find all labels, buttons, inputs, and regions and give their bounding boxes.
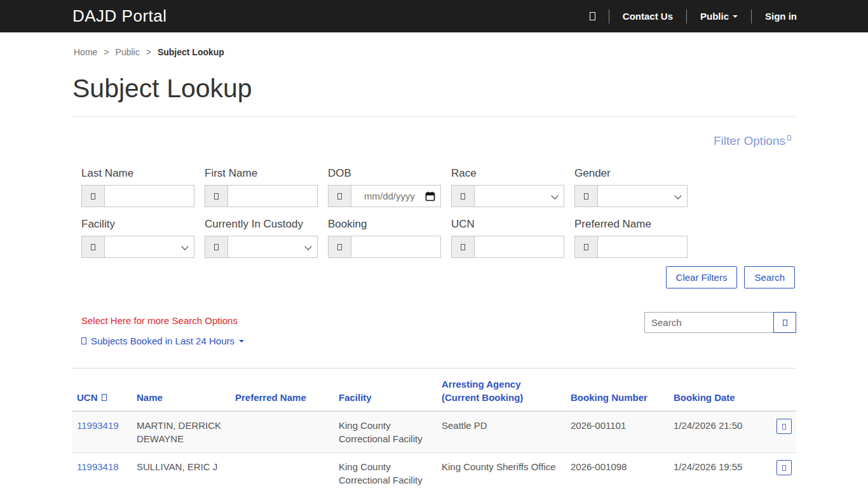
chevron-down-icon <box>674 192 681 199</box>
search-button[interactable]: Search <box>744 266 795 288</box>
booked-last-24-hours-label: Subjects Booked in Last 24 Hours <box>91 336 234 346</box>
booking-addon-icon <box>328 236 351 258</box>
chevron-down-icon <box>551 192 558 199</box>
table-search-group <box>644 312 796 333</box>
currently-in-custody-select[interactable] <box>228 236 318 258</box>
ucn-input[interactable] <box>475 236 564 257</box>
search-icon <box>783 320 787 326</box>
first-name-label: First Name <box>205 167 318 180</box>
column-header-facility[interactable]: Facility <box>334 369 437 412</box>
public-menu-label: Public <box>700 11 729 22</box>
filter-icon <box>787 135 791 140</box>
calendar-picker-icon[interactable] <box>425 191 435 201</box>
gender-field: Gender <box>574 167 688 207</box>
row-detail-button[interactable] <box>776 419 792 434</box>
breadcrumb-home[interactable]: Home <box>74 47 97 57</box>
last-name-field: Last Name <box>81 167 194 207</box>
results-table-container: UCN Name Preferred Name Facility Arresti… <box>72 368 796 488</box>
facility-select[interactable] <box>105 236 194 258</box>
list-icon <box>81 337 86 344</box>
ucn-label: UCN <box>451 218 564 231</box>
arresting-agency-cell: Seattle PD <box>437 411 566 453</box>
column-header-booking-number[interactable]: Booking Number <box>566 369 668 412</box>
clear-filters-button[interactable]: Clear Filters <box>666 266 738 288</box>
results-table: UCN Name Preferred Name Facility Arresti… <box>72 368 796 488</box>
booking-label: Booking <box>328 218 441 231</box>
gender-label: Gender <box>574 167 688 180</box>
public-menu[interactable]: Public <box>700 11 738 22</box>
chevron-down-icon <box>304 243 311 250</box>
breadcrumb-current: Subject Lookup <box>158 47 224 57</box>
preferred-name-field: Preferred Name <box>574 218 688 258</box>
dob-field: DOB <box>328 167 441 207</box>
gender-select[interactable] <box>598 185 688 207</box>
arresting-agency-cell: King County Sheriffs Office <box>437 453 566 488</box>
column-header-preferred-name[interactable]: Preferred Name <box>230 369 334 412</box>
sign-in-link[interactable]: Sign in <box>765 11 797 22</box>
ucn-link[interactable]: 11993419 <box>77 420 119 431</box>
race-field: Race <box>451 167 564 207</box>
extra-links: Select Here for more Search Options Subj… <box>81 315 244 347</box>
booking-number-cell: 2026-001101 <box>566 411 668 453</box>
last-name-input[interactable] <box>105 186 194 207</box>
facility-field: Facility <box>81 218 194 258</box>
navbar-unknown-icon-button[interactable] <box>590 12 595 20</box>
name-cell: MARTIN, DERRICK DEWAYNE <box>132 411 230 453</box>
navbar-separator <box>686 10 687 24</box>
table-row: 11993419 MARTIN, DERRICK DEWAYNE King Co… <box>72 411 796 453</box>
preferred-name-input[interactable] <box>598 236 687 257</box>
person-icon <box>81 185 105 207</box>
chevron-down-icon <box>733 15 738 18</box>
navbar-separator <box>751 10 752 24</box>
race-select[interactable] <box>475 185 564 207</box>
breadcrumb-separator: > <box>104 47 109 57</box>
dob-label: DOB <box>328 167 441 180</box>
name-cell: SULLIVAN, ERIC J <box>132 453 230 488</box>
facility-label: Facility <box>81 218 194 231</box>
table-search-input[interactable] <box>644 312 774 333</box>
filter-form: Last Name First Name DOB <box>81 167 796 258</box>
preferred-name-label: Preferred Name <box>574 218 688 231</box>
last-name-label: Last Name <box>81 167 194 180</box>
breadcrumb: Home > Public > Subject Lookup <box>72 47 796 57</box>
preferred-name-cell <box>230 453 334 488</box>
column-header-actions <box>771 369 796 412</box>
calendar-addon-icon <box>328 185 351 207</box>
filter-options-toggle[interactable]: Filter Options <box>714 134 791 147</box>
detail-icon <box>782 465 786 471</box>
table-header-row: UCN Name Preferred Name Facility Arresti… <box>72 369 796 412</box>
column-header-booking-date[interactable]: Booking Date <box>668 369 771 412</box>
app-title: DAJD Portal <box>72 6 167 26</box>
booking-input[interactable] <box>351 236 440 257</box>
detail-icon <box>782 424 786 430</box>
chevron-down-icon <box>181 243 188 250</box>
more-search-options-link[interactable]: Select Here for more Search Options <box>81 315 244 326</box>
ucn-addon-icon <box>451 236 475 258</box>
currently-in-custody-label: Currently In Custody <box>205 218 318 231</box>
navbar-separator <box>609 10 609 24</box>
booked-last-24-hours-link[interactable]: Subjects Booked in Last 24 Hours <box>81 336 244 346</box>
booking-date-cell: 1/24/2026 19:55 <box>668 453 771 488</box>
currently-in-custody-field: Currently In Custody <box>205 218 318 258</box>
preferred-name-cell <box>230 411 334 453</box>
person-icon <box>205 185 228 207</box>
filter-options-label: Filter Options <box>714 134 785 147</box>
breadcrumb-public[interactable]: Public <box>116 47 140 57</box>
contact-us-link[interactable]: Contact Us <box>623 11 673 22</box>
table-search-button[interactable] <box>773 312 796 333</box>
table-row: 11993418 SULLIVAN, ERIC J King County Co… <box>72 453 796 488</box>
building-icon <box>81 236 105 258</box>
page-title: Subject Lookup <box>72 74 796 104</box>
top-navbar: DAJD Portal Contact Us Public Sign in <box>0 0 868 32</box>
column-header-arresting-agency[interactable]: Arresting Agency (Current Booking) <box>437 369 566 412</box>
row-detail-button[interactable] <box>776 460 792 475</box>
column-header-name[interactable]: Name <box>132 369 230 412</box>
ucn-link[interactable]: 11993418 <box>77 461 119 472</box>
column-header-ucn[interactable]: UCN <box>72 369 132 412</box>
sort-icon <box>102 394 107 401</box>
breadcrumb-separator: > <box>146 47 151 57</box>
facility-cell: King County Correctional Facility <box>334 411 437 453</box>
title-divider <box>72 116 796 117</box>
first-name-input[interactable] <box>228 186 317 207</box>
unknown-glyph-icon <box>590 12 595 20</box>
